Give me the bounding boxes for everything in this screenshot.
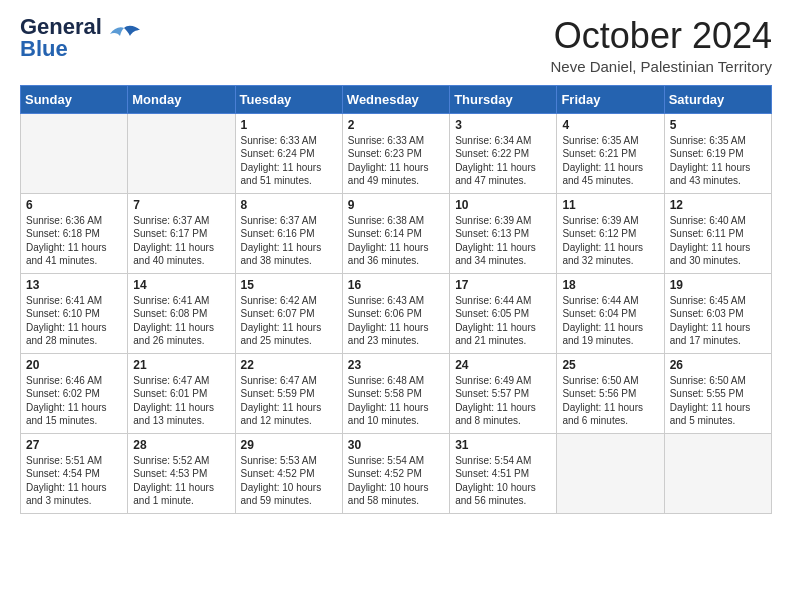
cell-info: Sunrise: 6:45 AM [670, 294, 766, 308]
cell-info: Sunset: 6:18 PM [26, 227, 122, 241]
cell-info: Sunset: 6:14 PM [348, 227, 444, 241]
table-row: 27Sunrise: 5:51 AMSunset: 4:54 PMDayligh… [21, 433, 128, 513]
day-number: 27 [26, 438, 122, 452]
header: General Blue October 2024 Neve Daniel, P… [20, 16, 772, 75]
cell-info: Daylight: 11 hours and 28 minutes. [26, 321, 122, 348]
cell-info: Sunset: 6:21 PM [562, 147, 658, 161]
cell-info: Sunset: 5:57 PM [455, 387, 551, 401]
table-row: 1Sunrise: 6:33 AMSunset: 6:24 PMDaylight… [235, 113, 342, 193]
cell-info: Sunset: 6:01 PM [133, 387, 229, 401]
day-number: 1 [241, 118, 337, 132]
cell-info: Sunrise: 6:42 AM [241, 294, 337, 308]
table-row: 29Sunrise: 5:53 AMSunset: 4:52 PMDayligh… [235, 433, 342, 513]
cell-info: Daylight: 11 hours and 17 minutes. [670, 321, 766, 348]
cell-info: Daylight: 11 hours and 30 minutes. [670, 241, 766, 268]
cell-info: Sunrise: 6:37 AM [241, 214, 337, 228]
cell-info: Daylight: 11 hours and 13 minutes. [133, 401, 229, 428]
col-monday: Monday [128, 85, 235, 113]
calendar-week-row: 13Sunrise: 6:41 AMSunset: 6:10 PMDayligh… [21, 273, 772, 353]
logo: General Blue [20, 16, 142, 60]
day-number: 16 [348, 278, 444, 292]
day-number: 28 [133, 438, 229, 452]
cell-info: Sunrise: 6:36 AM [26, 214, 122, 228]
cell-info: Sunrise: 6:46 AM [26, 374, 122, 388]
cell-info: Daylight: 11 hours and 26 minutes. [133, 321, 229, 348]
cell-info: Daylight: 10 hours and 58 minutes. [348, 481, 444, 508]
table-row: 11Sunrise: 6:39 AMSunset: 6:12 PMDayligh… [557, 193, 664, 273]
table-row: 5Sunrise: 6:35 AMSunset: 6:19 PMDaylight… [664, 113, 771, 193]
day-number: 8 [241, 198, 337, 212]
day-number: 31 [455, 438, 551, 452]
day-number: 5 [670, 118, 766, 132]
cell-info: Daylight: 11 hours and 40 minutes. [133, 241, 229, 268]
cell-info: Sunrise: 5:51 AM [26, 454, 122, 468]
cell-info: Sunrise: 6:47 AM [241, 374, 337, 388]
day-number: 4 [562, 118, 658, 132]
cell-info: Sunset: 5:58 PM [348, 387, 444, 401]
table-row [557, 433, 664, 513]
cell-info: Sunset: 6:03 PM [670, 307, 766, 321]
calendar-week-row: 27Sunrise: 5:51 AMSunset: 4:54 PMDayligh… [21, 433, 772, 513]
cell-info: Daylight: 11 hours and 21 minutes. [455, 321, 551, 348]
cell-info: Sunset: 6:13 PM [455, 227, 551, 241]
cell-info: Sunset: 4:52 PM [241, 467, 337, 481]
calendar-week-row: 1Sunrise: 6:33 AMSunset: 6:24 PMDaylight… [21, 113, 772, 193]
day-number: 15 [241, 278, 337, 292]
day-number: 12 [670, 198, 766, 212]
table-row: 8Sunrise: 6:37 AMSunset: 6:16 PMDaylight… [235, 193, 342, 273]
cell-info: Sunrise: 5:52 AM [133, 454, 229, 468]
cell-info: Sunset: 4:54 PM [26, 467, 122, 481]
cell-info: Sunset: 5:59 PM [241, 387, 337, 401]
cell-info: Sunrise: 6:39 AM [455, 214, 551, 228]
cell-info: Sunrise: 6:44 AM [455, 294, 551, 308]
table-row [21, 113, 128, 193]
table-row: 23Sunrise: 6:48 AMSunset: 5:58 PMDayligh… [342, 353, 449, 433]
day-number: 29 [241, 438, 337, 452]
col-saturday: Saturday [664, 85, 771, 113]
table-row: 21Sunrise: 6:47 AMSunset: 6:01 PMDayligh… [128, 353, 235, 433]
cell-info: Daylight: 11 hours and 19 minutes. [562, 321, 658, 348]
day-number: 30 [348, 438, 444, 452]
col-thursday: Thursday [450, 85, 557, 113]
cell-info: Daylight: 11 hours and 12 minutes. [241, 401, 337, 428]
cell-info: Sunset: 6:12 PM [562, 227, 658, 241]
cell-info: Sunrise: 6:48 AM [348, 374, 444, 388]
day-number: 13 [26, 278, 122, 292]
cell-info: Sunrise: 5:54 AM [348, 454, 444, 468]
day-number: 10 [455, 198, 551, 212]
table-row: 20Sunrise: 6:46 AMSunset: 6:02 PMDayligh… [21, 353, 128, 433]
title-block: October 2024 Neve Daniel, Palestinian Te… [551, 16, 773, 75]
cell-info: Daylight: 11 hours and 15 minutes. [26, 401, 122, 428]
day-number: 20 [26, 358, 122, 372]
cell-info: Daylight: 11 hours and 8 minutes. [455, 401, 551, 428]
table-row: 30Sunrise: 5:54 AMSunset: 4:52 PMDayligh… [342, 433, 449, 513]
day-number: 21 [133, 358, 229, 372]
table-row: 26Sunrise: 6:50 AMSunset: 5:55 PMDayligh… [664, 353, 771, 433]
cell-info: Sunset: 6:04 PM [562, 307, 658, 321]
cell-info: Sunrise: 6:50 AM [562, 374, 658, 388]
cell-info: Daylight: 11 hours and 5 minutes. [670, 401, 766, 428]
cell-info: Sunset: 6:16 PM [241, 227, 337, 241]
cell-info: Sunset: 6:07 PM [241, 307, 337, 321]
cell-info: Daylight: 10 hours and 59 minutes. [241, 481, 337, 508]
col-wednesday: Wednesday [342, 85, 449, 113]
table-row: 13Sunrise: 6:41 AMSunset: 6:10 PMDayligh… [21, 273, 128, 353]
cell-info: Sunset: 6:10 PM [26, 307, 122, 321]
table-row: 24Sunrise: 6:49 AMSunset: 5:57 PMDayligh… [450, 353, 557, 433]
table-row: 31Sunrise: 5:54 AMSunset: 4:51 PMDayligh… [450, 433, 557, 513]
cell-info: Daylight: 11 hours and 45 minutes. [562, 161, 658, 188]
day-number: 26 [670, 358, 766, 372]
cell-info: Sunset: 6:19 PM [670, 147, 766, 161]
cell-info: Sunrise: 6:33 AM [348, 134, 444, 148]
cell-info: Daylight: 10 hours and 56 minutes. [455, 481, 551, 508]
cell-info: Daylight: 11 hours and 25 minutes. [241, 321, 337, 348]
table-row: 18Sunrise: 6:44 AMSunset: 6:04 PMDayligh… [557, 273, 664, 353]
table-row: 9Sunrise: 6:38 AMSunset: 6:14 PMDaylight… [342, 193, 449, 273]
day-number: 23 [348, 358, 444, 372]
cell-info: Sunset: 4:51 PM [455, 467, 551, 481]
col-tuesday: Tuesday [235, 85, 342, 113]
table-row: 14Sunrise: 6:41 AMSunset: 6:08 PMDayligh… [128, 273, 235, 353]
calendar-table: Sunday Monday Tuesday Wednesday Thursday… [20, 85, 772, 514]
cell-info: Sunrise: 6:49 AM [455, 374, 551, 388]
table-row: 12Sunrise: 6:40 AMSunset: 6:11 PMDayligh… [664, 193, 771, 273]
